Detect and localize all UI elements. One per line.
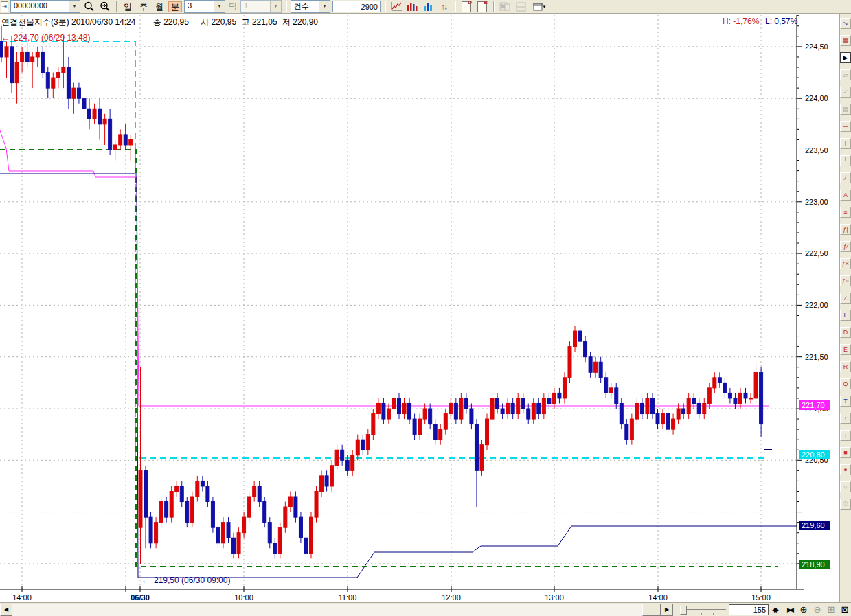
- candle: [423, 403, 427, 424]
- volume-chart-type-button[interactable]: [405, 1, 419, 12]
- grid-view-button: [514, 1, 527, 12]
- candle: [82, 93, 86, 119]
- slider-tick: [690, 613, 690, 615]
- bar-count-input[interactable]: [729, 604, 769, 615]
- chevron-down-icon[interactable]: ▼: [214, 1, 225, 12]
- number-marker-icon: ①: [840, 499, 851, 510]
- scroll-left-button[interactable]: ◀: [0, 604, 12, 616]
- close-panel-icon[interactable]: ⊠: [839, 604, 851, 616]
- period-day-button[interactable]: 일: [121, 1, 135, 12]
- pan-arrow-icon[interactable]: ↘: [840, 18, 851, 29]
- zoom-in-button[interactable]: [82, 1, 96, 12]
- candle: [232, 533, 236, 559]
- symbol-combobox[interactable]: 00000000 ▼: [10, 0, 80, 13]
- trend-line-tool-icon[interactable]: ∕: [840, 172, 851, 183]
- candle: [677, 403, 680, 424]
- indicator-settings-icon[interactable]: ▦: [840, 35, 851, 46]
- candle: [253, 481, 256, 501]
- scroll-right-button[interactable]: ▶: [661, 604, 673, 616]
- count-input[interactable]: [332, 1, 381, 12]
- window-layout-button[interactable]: ▾: [530, 1, 549, 12]
- text-tool-icon[interactable]: A: [840, 190, 851, 201]
- candle: [387, 403, 390, 424]
- fib-fan-icon[interactable]: ƒ∕: [840, 241, 851, 252]
- open-label: 시: [201, 17, 209, 27]
- chart-title: 연결선물지수(3분): [1, 17, 69, 27]
- candle: [475, 419, 478, 507]
- candle: [351, 450, 354, 476]
- day-compare-icon[interactable]: D: [840, 327, 851, 338]
- text-note-icon[interactable]: T: [840, 396, 851, 407]
- split-view-icon: ⊞: [825, 604, 837, 616]
- up-down-arrows-icon: ↑↓: [441, 2, 446, 12]
- fib-arc-icon[interactable]: ƒ×: [840, 258, 851, 269]
- bar-chart-type-button[interactable]: [421, 1, 435, 12]
- period-month-button[interactable]: 월: [152, 1, 166, 12]
- zoom-slider-handle[interactable]: [680, 606, 687, 615]
- chevron-down-icon[interactable]: ▼: [69, 1, 80, 12]
- fib-timezone-icon[interactable]: ƒ|: [840, 224, 851, 235]
- updown-compare-button[interactable]: ↑↓: [437, 1, 451, 12]
- candle: [10, 36, 14, 93]
- candle: [625, 419, 628, 445]
- candle: [584, 336, 587, 363]
- scrollbar-thumb[interactable]: [642, 604, 661, 616]
- candle: [408, 398, 411, 424]
- chart-annotation: ←219,50 (06/30 09:00): [141, 575, 230, 585]
- arrow-up-marker-icon[interactable]: ↑: [840, 413, 851, 424]
- candle: [537, 398, 541, 419]
- candle: [341, 445, 344, 466]
- period-minute-button[interactable]: 분: [168, 1, 182, 12]
- edit-tool-icon: ▱: [840, 69, 851, 80]
- scrollbar-track[interactable]: [12, 604, 642, 616]
- window-icon: [533, 2, 543, 12]
- record-marker-icon[interactable]: ●: [840, 464, 851, 475]
- stop-marker-icon[interactable]: ■: [840, 447, 851, 458]
- fib-retracement-icon[interactable]: ≡: [840, 207, 851, 218]
- candle: [402, 398, 406, 419]
- candle: [738, 388, 742, 409]
- reset-drawing-icon[interactable]: R: [840, 361, 851, 372]
- y-axis-label: 223,00: [805, 198, 828, 206]
- candle: [615, 383, 618, 409]
- slider-tick: [713, 613, 714, 615]
- candle: [263, 497, 266, 527]
- tick-combobox: 1 ▼: [240, 0, 282, 13]
- erase-drawing-icon[interactable]: E: [840, 344, 851, 355]
- chevron-down-icon[interactable]: ▾: [543, 4, 546, 10]
- horizontal-line-tool-icon[interactable]: ─: [840, 121, 851, 132]
- quote-icon[interactable]: Q: [840, 378, 851, 389]
- unit-combobox[interactable]: 건수 ▼: [291, 0, 330, 13]
- candle: [635, 398, 639, 424]
- half-line-tool-icon[interactable]: ╵: [840, 155, 851, 166]
- period-week-button[interactable]: 주: [137, 1, 150, 12]
- candle: [325, 470, 328, 491]
- zoom-reset-button[interactable]: [98, 1, 112, 12]
- candle: [604, 372, 608, 398]
- prev-next-icon[interactable]: ◀▶: [768, 604, 780, 616]
- fib-channel-icon[interactable]: ƒ≡: [840, 275, 851, 286]
- reference-green-line: [0, 150, 778, 567]
- chevron-down-icon[interactable]: ▼: [319, 1, 330, 12]
- line-mode-icon[interactable]: L: [840, 310, 851, 321]
- candle: [392, 393, 396, 413]
- zoom-slider-track[interactable]: [687, 609, 726, 610]
- save-bar-data-button[interactable]: B: [475, 1, 489, 12]
- line-chart-type-button[interactable]: [389, 1, 403, 12]
- parallel-channel-icon[interactable]: ≠: [840, 293, 851, 304]
- drawing-tools-sidebar: ↘▦▶▱✓▤─Ι╵∕A≡ƒ|ƒ∕ƒ×ƒ≡≠LDERQT↑↓■●○①: [839, 14, 851, 602]
- zoom-in-icon[interactable]: ⊕: [797, 604, 810, 616]
- go-to-latest-icon[interactable]: ▶◀: [783, 604, 795, 616]
- candle: [165, 497, 168, 523]
- arrow-down-marker-icon[interactable]: ↓: [840, 430, 851, 441]
- crosshair-tool-icon[interactable]: ▶: [840, 52, 851, 63]
- candle: [418, 414, 422, 440]
- save-day-data-button[interactable]: D: [459, 1, 473, 12]
- minute-combobox[interactable]: 3 ▼: [184, 0, 225, 13]
- dock-toggle-button[interactable]: ⇥: [1, 1, 8, 12]
- candle: [429, 403, 432, 429]
- line-chart-icon: [391, 1, 402, 12]
- candle: [247, 491, 251, 522]
- vertical-line-tool-icon[interactable]: Ι: [840, 138, 851, 149]
- price-chart-canvas[interactable]: 14:0006/3010:0011:0012:0013:0014:0015:00…: [0, 14, 839, 602]
